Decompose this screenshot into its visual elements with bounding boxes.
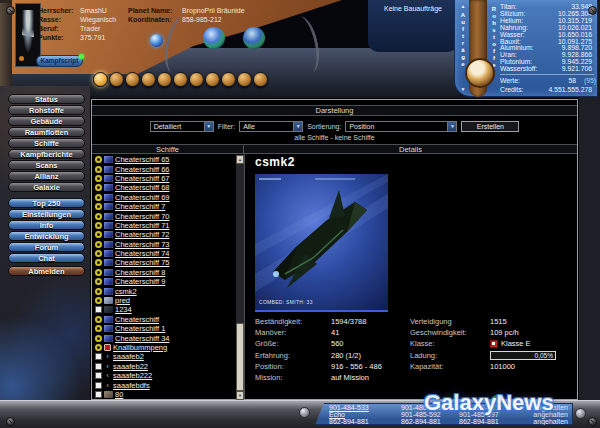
ship-link[interactable]: Cheaterschiff [115, 315, 159, 324]
radio-marker-icon[interactable] [95, 259, 102, 266]
ship-row: saaafeb2 [93, 352, 235, 361]
scrollbar-up-icon[interactable]: ▲ [236, 155, 244, 164]
kampfscript-button[interactable]: Kampfscript [36, 55, 83, 67]
radio-marker-icon[interactable] [95, 344, 102, 351]
erstellen-button[interactable]: Erstellen [461, 121, 519, 132]
ship-link[interactable]: csmk2 [115, 287, 137, 296]
ship-link[interactable]: Cheaterschiff 65 [115, 155, 169, 164]
toolbar-button-slot-11[interactable] [253, 72, 268, 87]
checkbox-marker-icon[interactable] [95, 363, 102, 370]
sidebar-item-gebäude[interactable]: Gebäude [8, 116, 85, 126]
toolbar-button-slot-5[interactable] [157, 72, 172, 87]
radio-marker-icon[interactable] [95, 288, 102, 295]
toolbar-button-slot-6[interactable] [173, 72, 188, 87]
ship-link[interactable]: Cheaterschiff 66 [115, 165, 169, 174]
sidebar-item-chat[interactable]: Chat [8, 253, 85, 263]
radio-marker-icon[interactable] [95, 156, 102, 163]
radio-marker-icon[interactable] [95, 166, 102, 173]
checkbox-marker-icon[interactable] [95, 382, 102, 389]
view-select[interactable]: Detailiert ▼ [150, 121, 214, 132]
radio-marker-icon[interactable] [95, 335, 102, 342]
ship-link[interactable]: saaafeb2 [113, 352, 144, 361]
sidebar-item-status[interactable]: Status [8, 94, 85, 104]
radio-marker-icon[interactable] [95, 325, 102, 332]
ship-link[interactable]: 1234 [115, 305, 132, 314]
radio-marker-icon[interactable] [95, 316, 102, 323]
ship-list-scrollbar[interactable]: ▲ ▼ [236, 155, 244, 400]
ship-link[interactable]: Cheaterschiff 71 [115, 221, 169, 230]
storage-knob-icon[interactable] [465, 58, 495, 88]
sidebar-item-schiffe[interactable]: Schiffe [8, 138, 85, 148]
scrollbar-down-icon[interactable]: ▼ [236, 391, 244, 400]
ship-link[interactable]: Cheaterschiff 34 [115, 334, 169, 343]
checkbox-marker-icon[interactable] [95, 372, 102, 379]
toolbar-button-slot-4[interactable] [141, 72, 156, 87]
sidebar-item-scans[interactable]: Scans [8, 160, 85, 170]
filter-select[interactable]: Alle ▼ [239, 121, 303, 132]
radio-marker-icon[interactable] [95, 175, 102, 182]
radio-marker-icon[interactable] [95, 250, 102, 257]
sort-select[interactable]: Position ▼ [345, 121, 457, 132]
fleet-origin-link[interactable]: 862-894-881 [329, 419, 401, 426]
ship-link[interactable]: saaafebdfs [113, 381, 150, 390]
ship-link[interactable]: Cheaterschiff 7 [115, 202, 165, 211]
sidebar-item-einstellungen[interactable]: Einstellungen [8, 209, 85, 219]
ship-link[interactable]: Cheaterschiff 9 [115, 277, 165, 286]
sidebar-item-abmelden[interactable]: Abmelden [8, 266, 85, 276]
scroll-up-icon[interactable]: ▲ [458, 3, 468, 9]
toolbar-button-slot-10[interactable] [237, 72, 252, 87]
sidebar-item-raumflotten[interactable]: Raumflotten [8, 127, 85, 137]
sidebar-item-top-250[interactable]: Top 250 [8, 198, 85, 208]
sidebar-item-forum[interactable]: Forum [8, 242, 85, 252]
radio-marker-icon[interactable] [95, 241, 102, 248]
sidebar-item-entwicklung[interactable]: Entwicklung [8, 231, 85, 241]
auftraege-vertical-label[interactable]: A u f t r ä g e [458, 12, 468, 68]
sidebar-item-info[interactable]: Info [8, 220, 85, 230]
radio-marker-icon[interactable] [95, 222, 102, 229]
toolbar-button-slot-3[interactable] [125, 72, 140, 87]
checkbox-marker-icon[interactable] [95, 353, 102, 360]
ship-link[interactable]: Cheaterschiff 74 [115, 249, 169, 258]
stat-label: Kapazität: [410, 362, 490, 371]
toolbar-button-slot-1[interactable] [93, 72, 108, 87]
sidebar-item-rohstoffe[interactable]: Rohstoffe [8, 105, 85, 115]
planet-icon-2[interactable] [243, 27, 265, 49]
ship-link[interactable]: Knallbummpeng [113, 343, 167, 352]
ship-link[interactable]: Cheaterschiff 1 [115, 324, 165, 333]
ship-link[interactable]: Cheaterschiff 67 [115, 174, 169, 183]
radio-marker-icon[interactable] [95, 231, 102, 238]
planet-icon-small[interactable] [150, 34, 163, 47]
ship-link[interactable]: pred [115, 296, 130, 305]
planet-icon-1[interactable] [203, 27, 225, 49]
ship-link[interactable]: saaafeb22 [113, 362, 148, 371]
radio-marker-icon[interactable] [95, 184, 102, 191]
ship-artwork [255, 174, 388, 312]
sidebar-item-galaxie[interactable]: Galaxie [8, 182, 85, 192]
sidebar-item-kampfberichte[interactable]: Kampfberichte [8, 149, 85, 159]
ship-link[interactable]: Cheaterschiff 68 [115, 183, 169, 192]
ship-link[interactable]: 80 [115, 390, 123, 399]
toolbar-button-slot-9[interactable] [221, 72, 236, 87]
radio-marker-icon[interactable] [95, 269, 102, 276]
toolbar-button-slot-8[interactable] [205, 72, 220, 87]
radio-marker-icon[interactable] [95, 194, 102, 201]
ship-link[interactable]: Cheaterschiff 69 [115, 193, 169, 202]
radio-marker-icon[interactable] [95, 297, 102, 304]
ship-link[interactable]: Cheaterschiff 70 [115, 212, 169, 221]
sidebar-item-allianz[interactable]: Allianz [8, 171, 85, 181]
scrollbar-thumb[interactable] [236, 323, 244, 391]
toolbar-button-slot-2[interactable] [109, 72, 124, 87]
ship-link[interactable]: Cheaterschiff 73 [115, 240, 169, 249]
scroll-down-icon[interactable]: ▼ [458, 86, 468, 92]
radio-marker-icon[interactable] [95, 278, 102, 285]
checkbox-marker-icon[interactable] [95, 306, 102, 313]
ship-link[interactable]: Cheaterschiff 72 [115, 230, 169, 239]
ship-link[interactable]: Cheaterschiff 75 [115, 258, 169, 267]
toolbar-button-slot-7[interactable] [189, 72, 204, 87]
ship-link[interactable]: saaafeb222 [113, 371, 152, 380]
checkbox-marker-icon[interactable] [95, 391, 102, 398]
radio-marker-icon[interactable] [95, 203, 102, 210]
ship-link[interactable]: Cheaterschiff 8 [115, 268, 165, 277]
rohstoffe-vertical-label[interactable]: R o h s t o f f e [489, 6, 499, 69]
radio-marker-icon[interactable] [95, 213, 102, 220]
